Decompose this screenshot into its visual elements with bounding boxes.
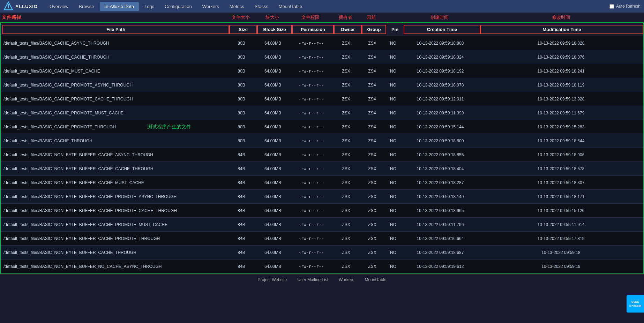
table-row: /default_tests_files/BASIC_CACHE_CACHE_T…: [1, 50, 643, 64]
td-owner: ZSX: [332, 151, 360, 159]
td-pin: NO: [384, 81, 402, 89]
td-file-path[interactable]: /default_tests_files/BASIC_CACHE_PROMOTE…: [1, 81, 227, 89]
td-creation-time: 10-13-2022 09:59:18:687: [402, 249, 479, 256]
td-file-path[interactable]: /default_tests_files/BASIC_NON_BYTE_BUFF…: [1, 235, 227, 242]
td-group: ZSX: [360, 39, 384, 47]
td-file-path[interactable]: /default_tests_files/BASIC_CACHE_MUST_CA…: [1, 67, 227, 75]
td-file-path[interactable]: /default_tests_files/BASIC_CACHE_THROUGH: [1, 137, 227, 145]
svg-text:CSDN: CSDN: [631, 300, 639, 303]
nav-link-logs[interactable]: Logs: [140, 2, 159, 11]
td-modification-time: 10-13-2022 09:59:18:307: [479, 179, 643, 187]
td-permission: -rw-r--r--: [290, 151, 332, 159]
td-file-path[interactable]: /default_tests_files/BASIC_CACHE_PROMOTE…: [1, 95, 227, 103]
td-creation-time: 10-13-2022 09:59:18:287: [402, 179, 479, 187]
td-block-size: 64.00MB: [255, 123, 290, 131]
td-block-size: 64.00MB: [255, 207, 290, 215]
td-pin: NO: [384, 249, 402, 256]
td-file-path[interactable]: /default_tests_files/BASIC_NON_BYTE_BUFF…: [1, 151, 227, 159]
nav-link-configuration[interactable]: Configuration: [160, 2, 196, 11]
th-modification-time[interactable]: Modification Time: [480, 25, 643, 34]
auto-refresh-container: Auto Refresh: [609, 4, 641, 9]
top-navigation: ALLUXIO OverviewBrowseIn-Alluxio DataLog…: [0, 0, 644, 13]
td-file-path[interactable]: /default_tests_files/BASIC_NON_BYTE_BUFF…: [1, 263, 227, 270]
td-modification-time: 10-13-2022 09:59:18:906: [479, 151, 643, 159]
td-file-path[interactable]: /default_tests_files/BASIC_CACHE_CACHE_T…: [1, 53, 227, 61]
nav-link-overview[interactable]: Overview: [45, 2, 73, 11]
footer-link-mounttable[interactable]: MountTable: [365, 277, 386, 282]
table-row: /default_tests_files/BASIC_NON_BYTE_BUFF…: [1, 260, 643, 273]
th-size[interactable]: Size: [229, 25, 257, 34]
td-file-path[interactable]: /default_tests_files/BASIC_NON_BYTE_BUFF…: [1, 179, 227, 187]
td-permission: -rw-r--r--: [290, 263, 332, 270]
td-modification-time: 10-13-2022 09:59:11:679: [479, 109, 643, 117]
td-file-path[interactable]: /default_tests_files/BASIC_CACHE_PROMOTE…: [1, 123, 227, 131]
nav-link-browse[interactable]: Browse: [74, 2, 99, 11]
table-row: /default_tests_files/BASIC_NON_BYTE_BUFF…: [1, 176, 643, 190]
td-file-path[interactable]: /default_tests_files/BASIC_NON_BYTE_BUFF…: [1, 221, 227, 228]
th-group[interactable]: Group: [362, 25, 386, 34]
td-modification-time: 10-13-2022 09:59:18:644: [479, 137, 643, 145]
td-permission: -rw-r--r--: [290, 221, 332, 228]
auto-refresh-label[interactable]: Auto Refresh: [616, 4, 641, 9]
td-block-size: 64.00MB: [255, 81, 290, 89]
td-owner: ZSX: [332, 109, 360, 117]
td-size: 80B: [227, 67, 255, 75]
td-creation-time: 10-13-2022 09:59:18:404: [402, 165, 479, 173]
th-permission[interactable]: Permission: [292, 25, 334, 34]
ch-modification-time: 修改时间: [478, 14, 644, 21]
nav-link-workers[interactable]: Workers: [197, 2, 224, 11]
nav-link-mounttable[interactable]: MountTable: [274, 2, 307, 11]
td-size: 84B: [227, 249, 255, 256]
th-creation-time[interactable]: Creation Time: [404, 25, 480, 34]
td-group: ZSX: [360, 53, 384, 61]
td-creation-time: 10-13-2022 09:59:15:144: [402, 123, 479, 131]
td-creation-time: 10-13-2022 09:59:12:011: [402, 95, 479, 103]
td-file-path[interactable]: /default_tests_files/BASIC_CACHE_PROMOTE…: [1, 109, 227, 117]
td-creation-time: 10-13-2022 09:59:18:149: [402, 193, 479, 201]
td-modification-time: 10-13-2022 09:59:19: [479, 263, 643, 270]
table-header-row: File Path Size Block Size Permission Own…: [1, 23, 643, 36]
td-permission: -rw-r--r--: [290, 81, 332, 89]
td-file-path[interactable]: /default_tests_files/BASIC_NON_BYTE_BUFF…: [1, 207, 227, 215]
td-creation-time: 10-13-2022 09:59:13:965: [402, 207, 479, 215]
td-file-path[interactable]: /default_tests_files/BASIC_CACHE_ASYNC_T…: [1, 39, 227, 47]
th-block-size[interactable]: Block Size: [257, 25, 292, 34]
table-body: /default_tests_files/BASIC_CACHE_ASYNC_T…: [1, 36, 643, 273]
td-pin: NO: [384, 123, 402, 131]
data-table: File Path Size Block Size Permission Own…: [0, 22, 644, 274]
nav-link-in-alluxio-data[interactable]: In-Alluxio Data: [100, 2, 139, 11]
td-creation-time: 10-13-2022 09:59:16:664: [402, 235, 479, 242]
td-size: 80B: [227, 109, 255, 117]
nav-link-metrics[interactable]: Metrics: [225, 2, 249, 11]
td-size: 80B: [227, 123, 255, 131]
td-owner: ZSX: [332, 235, 360, 242]
td-block-size: 64.00MB: [255, 193, 290, 201]
td-owner: ZSX: [332, 249, 360, 256]
td-modification-time: 10-13-2022 09:59:18:119: [479, 81, 643, 89]
nav-links: OverviewBrowseIn-Alluxio DataLogsConfigu…: [45, 2, 609, 11]
table-row: /default_tests_files/BASIC_NON_BYTE_BUFF…: [1, 246, 643, 260]
td-owner: ZSX: [332, 137, 360, 145]
th-file-path[interactable]: File Path: [2, 25, 229, 34]
td-file-path[interactable]: /default_tests_files/BASIC_NON_BYTE_BUFF…: [1, 165, 227, 173]
td-permission: -rw-r--r--: [290, 137, 332, 145]
ch-permission: 文件权限: [290, 14, 331, 21]
td-file-path[interactable]: /default_tests_files/BASIC_NON_BYTE_BUFF…: [1, 193, 227, 201]
td-permission: -rw-r--r--: [290, 123, 332, 131]
td-file-path[interactable]: /default_tests_files/BASIC_NON_BYTE_BUFF…: [1, 249, 227, 256]
footer-link-user-mailing-list[interactable]: User Mailing List: [297, 277, 328, 282]
nav-link-stacks[interactable]: Stacks: [250, 2, 273, 11]
td-creation-time: 10-13-2022 09:59:18:808: [402, 39, 479, 47]
footer-link-project-website[interactable]: Project Website: [257, 277, 287, 282]
footer-link-workers[interactable]: Workers: [339, 277, 354, 282]
th-owner[interactable]: Owner: [334, 25, 362, 34]
table-row: /default_tests_files/BASIC_CACHE_ASYNC_T…: [1, 36, 643, 50]
td-group: ZSX: [360, 95, 384, 103]
td-block-size: 64.00MB: [255, 137, 290, 145]
td-creation-time: 10-13-2022 09:59:18:324: [402, 53, 479, 61]
td-pin: NO: [384, 193, 402, 201]
td-permission: -rw-r--r--: [290, 179, 332, 187]
th-pin[interactable]: Pin: [386, 27, 404, 32]
auto-refresh-checkbox[interactable]: [609, 4, 614, 9]
td-pin: NO: [384, 235, 402, 242]
